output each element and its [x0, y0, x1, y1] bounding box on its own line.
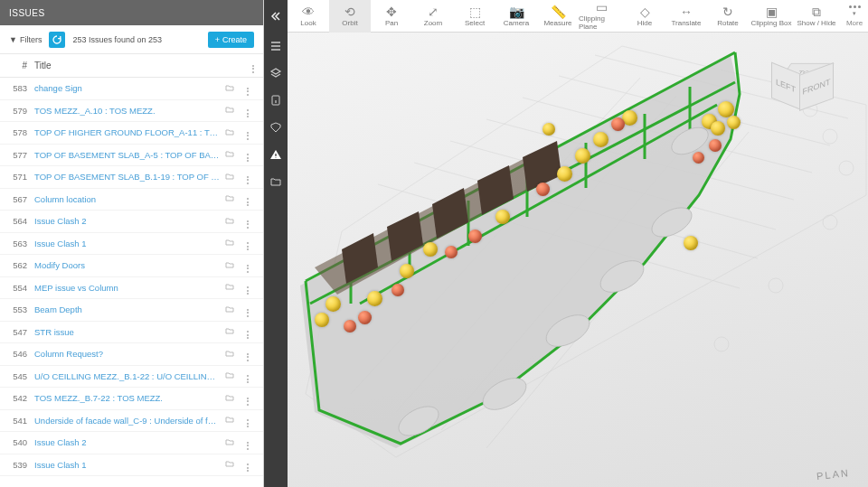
issue-marker[interactable] [684, 236, 698, 250]
issue-title-link[interactable]: Issue Clash 1 [34, 239, 225, 248]
row-menu-button[interactable] [241, 435, 254, 450]
nav-layers-icon[interactable] [264, 60, 288, 87]
issue-title-link[interactable]: U/O CEILLING MEZZ._B.1-22 : U/O CEILLING… [34, 371, 225, 381]
row-menu-button[interactable] [241, 258, 254, 273]
translate-button[interactable]: ↔Translate [665, 0, 707, 33]
issue-row[interactable]: 567Column location [0, 189, 263, 211]
row-menu-button[interactable] [241, 413, 254, 427]
more-button[interactable]: ▾More [841, 0, 868, 33]
issue-marker[interactable] [392, 284, 404, 296]
issue-marker[interactable] [400, 264, 414, 278]
zoom-button[interactable]: ⤢Zoom [412, 0, 454, 33]
folder-icon[interactable] [225, 260, 236, 271]
row-menu-button[interactable] [241, 280, 254, 295]
issue-marker[interactable] [575, 148, 590, 164]
row-menu-button[interactable] [241, 192, 254, 206]
col-actions-header[interactable] [218, 59, 254, 73]
issue-row[interactable]: 540Issue Clash 2 [0, 432, 263, 454]
clipping-plane-button[interactable]: ▭Clipping Plane [579, 0, 624, 33]
folder-icon[interactable] [225, 127, 236, 138]
filters-button[interactable]: ▼ Filters [9, 35, 42, 44]
issue-marker[interactable] [344, 320, 356, 332]
row-menu-button[interactable] [241, 81, 254, 96]
rotate-button[interactable]: ↻Rotate [707, 0, 749, 33]
issue-title-link[interactable]: TOP OF BASEMENT SLAB_A-5 : TOP OF BASEME… [34, 150, 225, 160]
issue-row[interactable]: 577TOP OF BASEMENT SLAB_A-5 : TOP OF BAS… [0, 145, 263, 167]
row-menu-button[interactable] [241, 170, 254, 184]
folder-icon[interactable] [225, 282, 236, 293]
row-menu-button[interactable] [241, 324, 254, 339]
nav-list-icon[interactable] [264, 33, 288, 60]
folder-icon[interactable] [225, 83, 236, 94]
camera-button[interactable]: 📷Camera [495, 0, 537, 33]
folder-icon[interactable] [225, 415, 236, 426]
pan-button[interactable]: ✥Pan [371, 0, 412, 33]
issue-marker[interactable] [468, 229, 482, 243]
folder-icon[interactable] [225, 216, 236, 227]
issue-row[interactable]: 546Column Request? [0, 343, 263, 366]
hide-button[interactable]: ◇Hide [624, 0, 665, 33]
row-menu-button[interactable] [241, 369, 254, 383]
look-button[interactable]: 👁Look [288, 0, 329, 33]
folder-icon[interactable] [225, 326, 236, 337]
issue-row[interactable]: 541Underside of facade wall_C-9 : Unders… [0, 410, 263, 433]
issue-row[interactable]: 579TOS MEZZ._A.10 : TOS MEZZ. [0, 100, 263, 123]
view-cube[interactable]: TOP LEFT FRONT [778, 56, 835, 114]
issue-marker[interactable] [557, 166, 572, 182]
issue-marker[interactable] [542, 123, 555, 136]
issue-marker[interactable] [445, 246, 458, 258]
issue-title-link[interactable]: Issue Clash 1 [34, 460, 225, 470]
folder-icon[interactable] [225, 393, 236, 404]
issue-title-link[interactable]: Column location [34, 194, 225, 204]
issue-row[interactable]: 553Beam Depth [0, 299, 263, 322]
issue-marker[interactable] [495, 210, 510, 224]
orbit-button[interactable]: ⟲Orbit [329, 0, 371, 33]
issue-row[interactable]: 542TOS MEZZ._B.7-22 : TOS MEZZ. [0, 388, 263, 410]
row-menu-button[interactable] [241, 126, 254, 140]
issue-marker[interactable] [358, 311, 372, 324]
issue-row[interactable]: 578TOP OF HIGHER GROUND FLOOR_A-11 : TOP… [0, 122, 263, 145]
refresh-button[interactable] [49, 32, 65, 48]
row-menu-button[interactable] [241, 391, 254, 406]
folder-icon[interactable] [225, 459, 236, 470]
issue-row[interactable]: 564Issue Clash 2 [0, 211, 263, 233]
issue-marker[interactable] [326, 296, 341, 312]
row-menu-button[interactable] [241, 236, 254, 250]
create-button[interactable]: + Create [208, 32, 254, 48]
folder-icon[interactable] [225, 238, 236, 248]
issue-title-link[interactable]: TOS MEZZ._B.7-22 : TOS MEZZ. [34, 393, 225, 403]
issue-title-link[interactable]: STR issue [34, 327, 225, 337]
folder-icon[interactable] [225, 149, 236, 160]
issue-marker[interactable] [711, 121, 725, 136]
row-menu-button[interactable] [241, 347, 254, 361]
3d-viewport[interactable]: TOP LEFT FRONT PLAN [288, 33, 868, 487]
issue-title-link[interactable]: Issue Clash 2 [34, 437, 225, 447]
folder-icon[interactable] [225, 105, 236, 116]
issue-row[interactable]: 547STR issue [0, 322, 263, 344]
folder-icon[interactable] [225, 370, 236, 381]
row-menu-button[interactable] [241, 103, 254, 117]
measure-button[interactable]: 📏Measure [537, 0, 579, 33]
issue-row[interactable]: 583change Sign [0, 78, 263, 100]
nav-info-icon[interactable] [264, 87, 288, 114]
clipping-box-button[interactable]: ▣Clipping Box [749, 0, 794, 33]
folder-icon[interactable] [225, 349, 236, 360]
issue-title-link[interactable]: change Sign [34, 83, 225, 93]
issue-title-link[interactable]: Issue Clash 2 [34, 216, 225, 226]
folder-icon[interactable] [225, 304, 236, 315]
collapse-button[interactable] [264, 0, 288, 33]
issue-row[interactable]: 539Issue Clash 1 [0, 454, 263, 477]
issues-list[interactable]: 583change Sign579TOS MEZZ._A.10 : TOS ME… [0, 78, 263, 487]
issue-title-link[interactable]: TOP OF HIGHER GROUND FLOOR_A-11 : TOP OF… [34, 127, 225, 137]
issue-title-link[interactable]: Beam Depth [34, 304, 225, 314]
issue-marker[interactable] [423, 242, 438, 257]
issue-row[interactable]: 562Modify Doors [0, 255, 263, 277]
row-menu-button[interactable] [241, 303, 254, 317]
row-menu-button[interactable] [241, 147, 254, 162]
issue-title-link[interactable]: Underside of facade wall_C-9 : Underside… [34, 416, 225, 426]
select-button[interactable]: ⬚Select [454, 0, 495, 33]
issue-title-link[interactable]: Modify Doors [34, 260, 225, 270]
folder-icon[interactable] [225, 437, 236, 448]
issue-row[interactable]: 554MEP issue vs Column [0, 277, 263, 300]
issue-marker[interactable] [367, 291, 382, 306]
